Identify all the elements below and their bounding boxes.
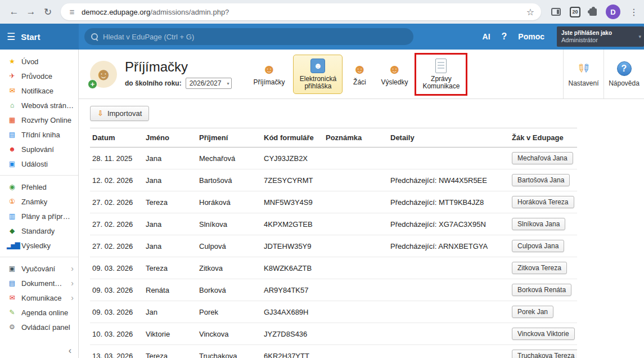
sidebar-item-standardy[interactable]: ◆Standardy: [0, 223, 78, 238]
extension-badge[interactable]: 20: [570, 7, 580, 17]
table-row[interactable]: 27. 02. 2026JanaSlníkova4KPXM2GTEBPředch…: [90, 213, 577, 235]
table-row[interactable]: 27. 02. 2026JanaCulpováJDTEHW35Y9Předchá…: [90, 235, 577, 257]
sidebar-item-udalosti[interactable]: ▣Události: [0, 156, 78, 171]
column-header: Datum: [90, 128, 143, 147]
sidebar-item-prehled[interactable]: ◉Přehled: [0, 180, 78, 194]
sidebar-item-label: Notifikace: [21, 87, 53, 95]
import-button[interactable]: ⇩ Importovat: [90, 106, 149, 121]
cell-datum: 27. 02. 2026: [90, 213, 143, 235]
extensions-puzzle-icon[interactable]: [589, 8, 597, 16]
cell-zak: Culpová Jana: [510, 235, 577, 257]
bookmark-star-icon[interactable]: ☆: [526, 7, 534, 17]
sidebar-item-webova-stranka[interactable]: ⌂Webová stránka: [0, 98, 78, 113]
cell-prijmeni: Borková: [197, 279, 262, 301]
napoveda-button[interactable]: ?Nápověda: [604, 50, 644, 99]
student-link-button[interactable]: Bartošová Jana: [512, 174, 570, 186]
student-link-button[interactable]: Borková Renáta: [512, 284, 571, 296]
cell-prijmeni: Horáková: [197, 191, 262, 213]
global-search[interactable]: [84, 28, 413, 45]
table-row[interactable]: 09. 03. 2026JanPorekGJ34AX689HPorek Jan: [90, 301, 577, 323]
student-link-button[interactable]: Mechařová Jana: [512, 152, 573, 164]
sidebar-item-agenda-online[interactable]: ✎Agenda online: [0, 305, 78, 320]
cell-datum: 09. 03. 2026: [90, 257, 143, 279]
student-link-button[interactable]: Zitkova Tereza: [512, 262, 567, 274]
sidebar-item-label: Suplování: [21, 145, 54, 154]
school-year-select[interactable]: 2026/2027 ▾: [186, 78, 232, 89]
help-button[interactable]: Pomoc: [518, 32, 544, 41]
sidebar-item-plany-a-pripravy[interactable]: ▥Plány a přípravy: [0, 209, 78, 223]
cell-jmeno: Jan: [143, 301, 197, 323]
sidebar-item-vyucovani[interactable]: ▣Vyučování›: [0, 261, 78, 276]
admissions-header: ☻ + Příjímačky do školního roku: 2026/20…: [79, 50, 644, 99]
sidebar-item-pruvodce[interactable]: ✈Průvodce: [0, 69, 78, 83]
sidebar-item-ovladaci-panel[interactable]: ⚙Ovládací panel: [0, 320, 78, 334]
cell-datum: 10. 03. 2026: [90, 323, 143, 345]
briefcase-icon: ▣: [7, 265, 16, 272]
sidebar-divider: [0, 175, 78, 176]
tab-zpravy-komunikace[interactable]: Zprávy Komunikace: [416, 55, 466, 94]
documents-icon: ▤: [7, 280, 16, 287]
sidebar-item-tridni-kniha[interactable]: ▤Třídní kniha: [0, 127, 78, 142]
student-link-button[interactable]: Horáková Tereza: [512, 196, 574, 208]
browser-profile-avatar[interactable]: D: [606, 5, 620, 19]
ai-button[interactable]: AI: [483, 32, 490, 41]
admissions-tabs: ☻Příjímačky☻Elektronická přihláška☻Žáci☻…: [249, 50, 466, 99]
table-row[interactable]: 09. 03. 2026RenátaBorkováAR9Y84TK57Borko…: [90, 279, 577, 301]
sidebar-item-notifikace[interactable]: ✉Notifikace: [0, 83, 78, 98]
cell-datum: 13. 03. 2026: [90, 345, 143, 358]
nastaveni-button[interactable]: ✎✎Nastavení: [563, 50, 604, 99]
column-header: Jméno: [143, 128, 197, 147]
table-row[interactable]: 28. 11. 2025JanaMechařováCYJ93JZB2XMecha…: [90, 147, 577, 169]
cell-datum: 28. 11. 2025: [90, 147, 143, 169]
person-icon: ☻: [388, 62, 402, 77]
reload-button[interactable]: ↻: [39, 3, 56, 20]
cell-poznamka: [323, 345, 388, 358]
cell-poznamka: [323, 323, 388, 345]
start-menu-button[interactable]: ☰ Start: [0, 24, 79, 50]
cell-detaily: Předcházející: MTT9KB4JZ8: [388, 191, 510, 213]
sidebar-item-komunikace[interactable]: ✉Komunikace›: [0, 290, 78, 305]
sidebar-item-znamky[interactable]: ①Známky: [0, 194, 78, 209]
gear-icon: ⚙: [7, 324, 16, 330]
table-row[interactable]: 12. 02. 2026JanaBartošová7ZESYCYRMTPředc…: [90, 169, 577, 191]
browser-menu-icon[interactable]: ⋮: [629, 7, 638, 17]
sidebar-collapse-button[interactable]: ‹: [69, 346, 71, 356]
table-row[interactable]: 13. 03. 2026TerezaTruchakova6KR2H37YTTTr…: [90, 345, 577, 358]
sidebar-item-rozvrhy-online[interactable]: ▦Rozvrhy Online: [0, 113, 78, 127]
back-button[interactable]: ←: [6, 3, 22, 20]
student-link-button[interactable]: Truchakova Tereza: [512, 350, 577, 358]
student-link-button[interactable]: Culpová Jana: [512, 240, 564, 252]
session-user-menu[interactable]: Jste přihlášen jako Administrátor ▾: [557, 26, 644, 47]
url-domain: democz.edupage.org: [82, 8, 150, 16]
table-row[interactable]: 27. 02. 2026TerezaHorákováMNF5W3Y4S9Před…: [90, 191, 577, 213]
address-bar[interactable]: ☰ democz.edupage.org/admissions/admin.ph…: [61, 3, 541, 20]
page-title: Příjímačky: [125, 59, 232, 75]
side-panel-icon[interactable]: [551, 8, 561, 16]
sidebar-item-dokumentace[interactable]: ▤Dokumentace›: [0, 276, 78, 290]
forward-button[interactable]: →: [22, 3, 39, 20]
student-link-button[interactable]: Porek Jan: [512, 306, 553, 318]
help-question-icon[interactable]: ?: [502, 32, 507, 42]
search-input[interactable]: [103, 33, 407, 41]
tab-zaci[interactable]: ☻Žáci: [346, 58, 372, 90]
cell-kod: JDTEHW35Y9: [262, 235, 323, 257]
student-link-button[interactable]: Slníkova Jana: [512, 218, 565, 230]
binder-icon: ▥: [7, 213, 16, 220]
cell-poznamka: [323, 301, 388, 323]
session-role-label: Administrátor: [561, 37, 634, 44]
site-settings-icon[interactable]: ☰: [67, 7, 76, 16]
cell-prijmeni: Truchakova: [197, 345, 262, 358]
tab-prijimacky[interactable]: ☻Příjímačky: [249, 58, 289, 90]
tab-elektronicka-prihlaska[interactable]: ☻Elektronická přihláška: [293, 55, 343, 94]
chevron-right-icon: ›: [71, 265, 74, 272]
tab-vysledky[interactable]: ☻Výsledky: [376, 58, 412, 90]
cell-kod: 7ZESYCYRMT: [262, 169, 323, 191]
sidebar-item-vysledky[interactable]: ▂▅▇Výsledky: [0, 238, 78, 253]
cell-zak: Slníkova Jana: [510, 213, 577, 235]
import-arrow-icon: ⇩: [97, 110, 103, 117]
sidebar-item-uvod[interactable]: ★Úvod: [0, 54, 78, 69]
table-row[interactable]: 09. 03. 2026TerezaZitkovaK8WZK6AZTBZitko…: [90, 257, 577, 279]
table-row[interactable]: 10. 03. 2026ViktorieVinckovaJYZ7D8S436Vi…: [90, 323, 577, 345]
sidebar-item-suplovani[interactable]: ☻Suplování: [0, 142, 78, 156]
student-link-button[interactable]: Vinckova Viktorie: [512, 328, 575, 340]
